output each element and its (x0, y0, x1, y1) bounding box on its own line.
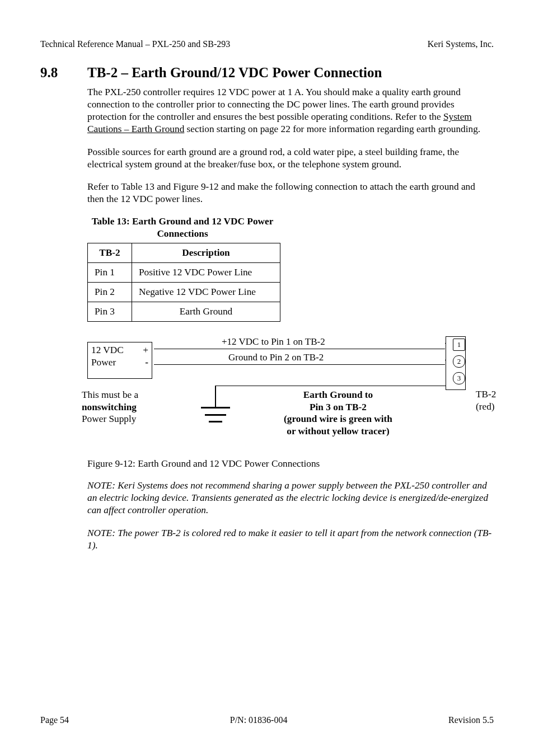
table-row: Pin 2 Negative 12 VDC Power Line (88, 283, 280, 302)
p1-part-a: The PXL-250 controller requires 12 VDC p… (87, 87, 461, 122)
section-title: TB-2 – Earth Ground/12 VDC Power Connect… (87, 65, 382, 81)
tb2-pin-3: 3 (453, 372, 465, 384)
plus-terminal: + (143, 345, 148, 356)
footer-page-number: Page 54 (40, 715, 69, 725)
table-cell: Pin 1 (88, 263, 132, 283)
table-header-description: Description (132, 243, 280, 263)
wire-line-1 (154, 349, 445, 349)
table-cell: Pin 3 (88, 302, 132, 322)
ground-bar-2 (205, 414, 226, 416)
tb2-label: TB-2 (476, 389, 496, 400)
earth-wire-horizontal (216, 386, 446, 386)
page-footer: Page 54 P/N: 01836-004 Revision 5.5 (40, 715, 494, 725)
note-1: NOTE: Keri Systems does not recommend sh… (87, 480, 494, 516)
tb2-pin-2: 2 (453, 355, 465, 368)
vdc-label: 12 VDC (91, 345, 124, 356)
note-2: NOTE: The power TB-2 is colored red to m… (87, 527, 494, 552)
wire-label-2: Ground to Pin 2 on TB-2 (228, 352, 324, 363)
ground-stem (215, 386, 216, 407)
ground-bar-1 (201, 407, 230, 408)
section-heading: 9.8 TB-2 – Earth Ground/12 VDC Power Con… (40, 65, 494, 81)
earth-line-4: or without yellow tracer) (237, 425, 439, 438)
note-line-2: nonswitching (82, 401, 138, 414)
table-caption: Table 13: Earth Ground and 12 VDC Power … (87, 215, 278, 240)
note-line-3: Power Supply (82, 413, 138, 425)
table-row: Pin 1 Positive 12 VDC Power Line (88, 263, 280, 283)
earth-line-3: (ground wire is green with (237, 413, 439, 425)
wiring-diagram: 12 VDC + Power - +12 VDC to Pin 1 on TB-… (87, 339, 513, 450)
table-header-tb2: TB-2 (88, 243, 132, 263)
footer-revision: Revision 5.5 (448, 715, 494, 725)
table-cell: Pin 2 (88, 283, 132, 302)
header-right: Keri Systems, Inc. (428, 39, 494, 49)
tb2-pin-1: 1 (453, 339, 465, 351)
note-line-1: This must be a (82, 389, 138, 401)
power-supply-note: This must be a nonswitching Power Supply (82, 389, 138, 425)
minus-terminal: - (145, 357, 148, 368)
power-connections-table: TB-2 Description Pin 1 Positive 12 VDC P… (87, 243, 280, 322)
earth-line-1: Earth Ground to (237, 389, 439, 401)
table-cell: Earth Ground (132, 302, 280, 322)
earth-line-2: Pin 3 on TB-2 (237, 401, 439, 414)
ground-bar-3 (209, 421, 222, 422)
figure-caption: Figure 9-12: Earth Ground and 12 VDC Pow… (87, 458, 494, 469)
tb2-color-red: (red) (476, 401, 495, 412)
header-left: Technical Reference Manual – PXL-250 and… (40, 39, 230, 49)
section-number: 9.8 (40, 65, 87, 81)
power-label: Power (91, 357, 116, 368)
wire-line-2 (154, 364, 445, 365)
wire-label-1: +12 VDC to Pin 1 on TB-2 (222, 336, 325, 348)
paragraph-3: Refer to Table 13 and Figure 9-12 and ma… (87, 181, 494, 205)
table-cell: Negative 12 VDC Power Line (132, 283, 280, 302)
paragraph-2: Possible sources for earth ground are a … (87, 146, 494, 171)
power-supply-box: 12 VDC + Power - (87, 342, 152, 379)
p1-part-b: section starting on page 22 for more inf… (184, 124, 480, 134)
paragraph-1: The PXL-250 controller requires 12 VDC p… (87, 86, 494, 136)
table-cell: Positive 12 VDC Power Line (132, 263, 280, 283)
table-row: Pin 3 Earth Ground (88, 302, 280, 322)
footer-part-number: P/N: 01836-004 (230, 715, 288, 725)
page-header: Technical Reference Manual – PXL-250 and… (40, 39, 494, 49)
earth-ground-label: Earth Ground to Pin 3 on TB-2 (ground wi… (237, 389, 439, 437)
